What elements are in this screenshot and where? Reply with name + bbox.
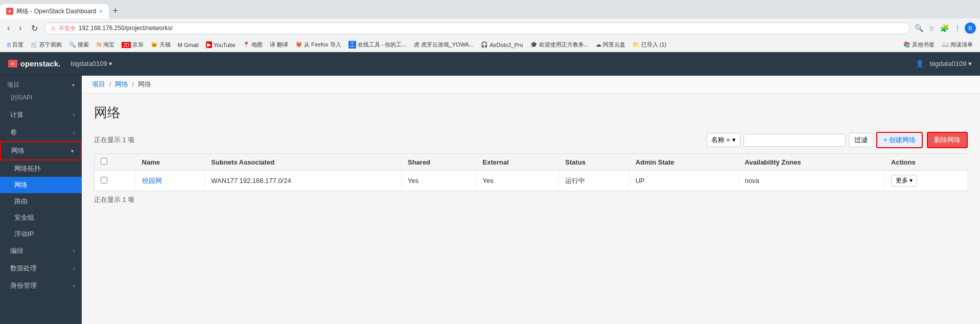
- row-shared: Yes: [401, 171, 476, 191]
- bookmark-map[interactable]: 📍 地图: [240, 40, 266, 50]
- bookmark-other[interactable]: 📚 其他书签: [900, 40, 938, 50]
- address-bar[interactable]: ⚠ 不安全 192.168.176.250/project/networks/: [44, 22, 910, 34]
- delete-network-button[interactable]: 删除网络: [927, 132, 968, 148]
- tab-close-button[interactable]: ×: [99, 8, 102, 14]
- row-select-checkbox[interactable]: [101, 177, 107, 183]
- bookmark-suning[interactable]: 🛒 苏宁易购: [28, 40, 65, 50]
- translate-icon: 译: [270, 41, 275, 49]
- back-button[interactable]: ‹: [4, 22, 13, 34]
- col-actions: Actions: [885, 154, 968, 171]
- bookmark-airdots[interactable]: 🎧 AirDots3_Pro: [478, 40, 526, 49]
- import-icon: 📁: [633, 41, 640, 48]
- tab-favicon: ●: [6, 8, 13, 15]
- profile-avatar[interactable]: B: [965, 22, 976, 34]
- edu-icon: 🎓: [530, 41, 538, 48]
- action-buttons: + 创建网络 删除网络: [876, 132, 968, 148]
- chevron-down-icon: ▾: [71, 148, 74, 154]
- sidebar-item-router[interactable]: 路由: [0, 193, 82, 210]
- floating-label: 浮动IP: [14, 230, 34, 238]
- bookmark-label: Gmail: [184, 42, 199, 48]
- breadcrumb-sep2: /: [132, 80, 134, 88]
- network-name-link[interactable]: 校园网: [142, 177, 162, 184]
- col-checkbox: [95, 154, 136, 171]
- bookmark-label: 阿里云盘: [603, 41, 625, 49]
- extensions-icon[interactable]: 🧩: [939, 22, 950, 34]
- bookmark-label: 百度: [12, 41, 24, 49]
- new-tab-button[interactable]: +: [109, 6, 123, 16]
- sidebar-item-security[interactable]: 安全组: [0, 210, 82, 226]
- filter-input[interactable]: [743, 134, 846, 147]
- bookmark-jd[interactable]: JD 京东: [119, 40, 146, 50]
- sidebar-item-network[interactable]: 网络 ▾: [0, 141, 82, 160]
- bookmark-label: 翻译: [277, 41, 288, 49]
- breadcrumb-current: 网络: [138, 80, 151, 88]
- bookmark-imported[interactable]: 📁 已导入 (1): [629, 40, 670, 50]
- sidebar-item-volume[interactable]: 卷 ›: [0, 124, 82, 141]
- chevron-right-icon: ›: [73, 266, 75, 271]
- user-menu[interactable]: 👤 bigdata0109 ▾: [916, 60, 972, 67]
- os-sidebar: 项目 ▾ 访问API 计算 › 卷 › 网络 ▾ 网络拓扑 网络: [0, 76, 82, 324]
- col-name: Name: [135, 154, 205, 171]
- bookmark-label: 欢迎使用正方教务...: [539, 41, 589, 49]
- breadcrumb-network[interactable]: 网络: [115, 80, 128, 88]
- col-admin-state: Admin State: [629, 154, 738, 171]
- search-icon[interactable]: 🔍: [913, 22, 925, 34]
- youtube-icon: ▶: [206, 41, 212, 48]
- row-action-button[interactable]: 更多 ▾: [891, 175, 917, 187]
- forward-button[interactable]: ›: [16, 22, 25, 34]
- bookmark-tools[interactable]: 工 在线工具 - 你的工...: [345, 40, 410, 50]
- select-all-checkbox[interactable]: [101, 158, 107, 165]
- sidebar-item-compute[interactable]: 计算 ›: [0, 106, 82, 124]
- url-text: 192.168.176.250/project/networks/: [79, 25, 903, 32]
- table-row: 校园网 WAN177 192.168.177.0/24 Yes Yes 运行中 …: [95, 171, 968, 191]
- bookmark-tianmao[interactable]: 🐱 天猫: [148, 40, 174, 50]
- user-icon: 👤: [916, 60, 924, 67]
- sidebar-item-floating[interactable]: 浮动IP: [0, 226, 82, 242]
- bookmark-gmail[interactable]: M Gmail: [175, 41, 202, 49]
- sidebar-item-api[interactable]: 访问API: [0, 91, 82, 106]
- airdots-icon: 🎧: [481, 41, 488, 48]
- bookmark-label: 已导入 (1): [641, 41, 667, 49]
- lock-icon: ⚠: [51, 25, 56, 32]
- map-icon: 📍: [243, 41, 250, 48]
- network-sub-label: 网络: [14, 181, 28, 189]
- identity-label: 身份管理: [10, 281, 37, 290]
- project-selector[interactable]: bigdata0109 ▾: [60, 60, 916, 67]
- sidebar-item-network-sub[interactable]: 网络: [0, 177, 82, 193]
- sidebar-item-dataprocessing[interactable]: 数据处理 ›: [0, 260, 82, 277]
- bookmark-aliyun[interactable]: ☁ 阿里云盘: [593, 40, 628, 50]
- bookmark-taobao[interactable]: 淘 淘宝: [93, 40, 118, 50]
- tab-title: 网络 - OpenStack Dashboard: [16, 7, 96, 16]
- sidebar-item-orchestration[interactable]: 编排 ›: [0, 242, 82, 260]
- bookmark-baidu[interactable]: B 百度: [4, 40, 27, 50]
- active-tab[interactable]: ● 网络 - OpenStack Dashboard ×: [0, 4, 109, 18]
- filter-button[interactable]: 过滤: [849, 133, 873, 147]
- bookmark-translate[interactable]: 译 翻译: [267, 40, 291, 50]
- menu-icon[interactable]: ⋮: [952, 22, 963, 34]
- api-label: 访问API: [10, 94, 32, 101]
- bookmark-edu[interactable]: 🎓 欢迎使用正方教务...: [527, 40, 592, 50]
- bookmark-label: 从 Firefox 导入: [304, 41, 341, 49]
- user-name: bigdata0109 ▾: [930, 60, 972, 67]
- bookmark-youtube[interactable]: ▶ YouTube: [203, 40, 239, 49]
- sidebar-item-network-topo[interactable]: 网络拓扑: [0, 160, 82, 177]
- bookmark-firefox[interactable]: 🦊 从 Firefox 导入: [292, 40, 344, 50]
- row-checkbox: [95, 171, 136, 191]
- aliyun-icon: ☁: [596, 41, 601, 48]
- dataprocessing-label: 数据处理: [10, 264, 37, 273]
- bookmark-huya[interactable]: 虎 虎牙云游戏_YOWA...: [411, 40, 477, 50]
- create-network-button[interactable]: + 创建网络: [876, 132, 923, 148]
- breadcrumb-project[interactable]: 项目: [92, 80, 105, 88]
- os-logo: ≡ openstack.: [8, 59, 60, 68]
- reload-button[interactable]: ↻: [28, 22, 41, 34]
- page-title: 网络: [94, 104, 968, 122]
- filter-field-selector[interactable]: 名称 = ▾: [707, 133, 740, 147]
- sidebar-item-identity[interactable]: 身份管理 ›: [0, 277, 82, 294]
- bookmark-icon[interactable]: ☆: [927, 22, 937, 34]
- project-name: bigdata0109 ▾: [71, 60, 112, 67]
- bookmark-search[interactable]: 🔍 搜索: [66, 40, 92, 50]
- bookmark-readlist[interactable]: 📖 阅读清单: [939, 40, 976, 50]
- sidebar-project-header[interactable]: 项目 ▾: [0, 76, 82, 91]
- compute-label: 计算: [10, 110, 24, 120]
- bookmark-label: 其他书签: [912, 41, 935, 49]
